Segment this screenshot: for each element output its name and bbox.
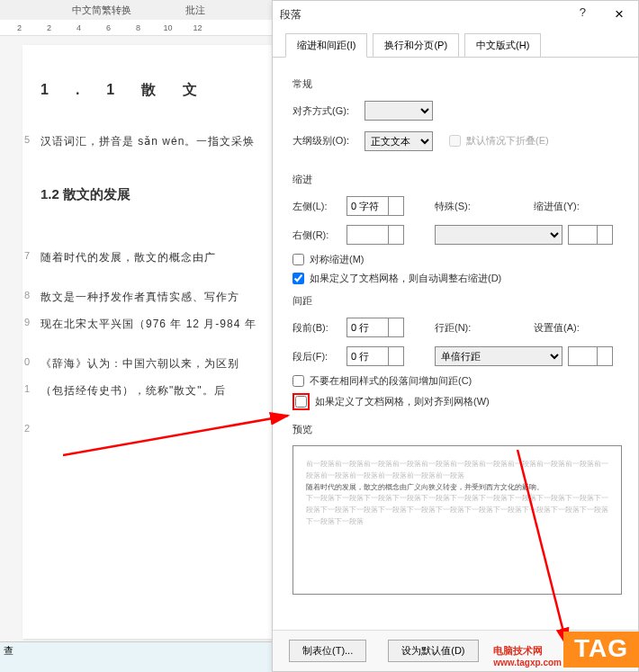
ruler-mark: 2 <box>34 23 64 32</box>
highlighted-checkbox-wrapper <box>292 393 310 410</box>
auto-adjust-indent-checkbox[interactable] <box>292 273 304 284</box>
doc-line: 7 随着时代的发展，散文的概念由广 <box>40 244 267 271</box>
watermark-url: www.tagxp.com <box>493 658 562 668</box>
indent-value-spinner[interactable]: ▲▼ <box>568 225 613 245</box>
align-to-grid-label: 如果定义了文档网格，则对齐到网格(W) <box>315 395 490 408</box>
line-number: 2 <box>24 417 31 442</box>
space-after-label: 段后(F): <box>292 350 346 363</box>
heading-2: 1.2 散文的发展 <box>40 177 267 211</box>
ruler-mark: 8 <box>123 23 153 32</box>
tab-chinese-layout[interactable]: 中文版式(H) <box>464 33 541 58</box>
close-button[interactable]: × <box>608 4 631 25</box>
ruler-mark: 4 <box>64 23 94 32</box>
tab-line-page-break[interactable]: 换行和分页(P) <box>373 33 459 58</box>
tab-indent-spacing[interactable]: 缩进和间距(I) <box>285 33 367 58</box>
paragraph-dialog: 段落 ? × 缩进和间距(I) 换行和分页(P) 中文版式(H) 常规 对齐方式… <box>272 0 639 672</box>
watermark-tag: TAG <box>563 632 639 668</box>
ribbon-item-convert[interactable]: 中文简繁转换 <box>72 4 131 17</box>
special-select[interactable] <box>435 225 562 245</box>
special-label: 特殊(S): <box>435 200 480 213</box>
line-number: 8 <box>24 283 31 309</box>
indent-left-label: 左侧(L): <box>292 200 346 213</box>
help-button[interactable]: ? <box>572 4 593 25</box>
align-to-grid-checkbox[interactable] <box>295 396 307 408</box>
document-page: 1 . 1 散 文 5 汉语词汇，拼音是 sǎn wén。一指文采焕 1.2 散… <box>22 45 274 639</box>
collapse-label: 默认情况下折叠(E) <box>466 134 549 148</box>
doc-line: 8 散文是一种抒发作者真情实感、写作方 <box>40 283 267 310</box>
section-indent: 缩进 <box>292 173 622 186</box>
indent-value-label: 缩进值(Y): <box>534 200 584 213</box>
doc-line: 5 汉语词汇，拼音是 sǎn wén。一指文采焕 <box>40 128 267 155</box>
ruler-mark: 12 <box>183 23 212 32</box>
ruler-mark: 6 <box>94 23 123 32</box>
indent-left-spinner[interactable]: 0 字符▲▼ <box>346 196 404 216</box>
indent-right-label: 右侧(R): <box>292 228 346 242</box>
indent-right-spinner[interactable]: ▲▼ <box>346 225 404 245</box>
outline-level-select[interactable]: 正文文本 <box>364 131 433 151</box>
preview-sample-text: 随着时代的发展，散文的概念由广义向狭义转变，并受到西方文化的影响。 <box>306 482 608 494</box>
space-after-spinner[interactable]: 0 行▲▼ <box>346 346 404 366</box>
ruler-mark: 2 <box>4 23 34 32</box>
section-preview: 预览 <box>292 423 622 436</box>
doc-line: 1 （包括经传史书），统称"散文"。后 <box>40 377 267 404</box>
mirror-indent-checkbox[interactable] <box>292 254 304 265</box>
ribbon-item-comment[interactable]: 批注 <box>185 4 205 17</box>
line-spacing-label: 行距(N): <box>435 321 480 335</box>
doc-line: 0 《辞海》认为：中国六朝以来，为区别 <box>40 350 267 377</box>
dialog-title-text: 段落 <box>280 7 302 22</box>
line-number: 1 <box>24 377 31 402</box>
watermark: 电脑技术网 www.tagxp.com TAG <box>493 632 639 668</box>
collapse-checkbox <box>449 135 461 147</box>
mirror-indent-label: 对称缩进(M) <box>310 253 364 266</box>
line-number: 0 <box>24 350 31 375</box>
space-before-label: 段前(B): <box>292 321 346 335</box>
line-number: 9 <box>24 310 31 336</box>
preview-gray-before: 前一段落前一段落前一段落前一段落前一段落前一段落前一段落前一段落前一段落前一段落… <box>306 459 608 482</box>
space-before-spinner[interactable]: 0 行▲▼ <box>346 318 404 337</box>
set-value-label: 设置值(A): <box>534 321 584 335</box>
set-default-button[interactable]: 设为默认值(D) <box>388 640 478 662</box>
set-value-spinner[interactable]: ▲▼ <box>568 346 613 366</box>
tabstop-button[interactable]: 制表位(T)... <box>289 640 366 662</box>
alignment-select[interactable] <box>364 101 433 121</box>
alignment-label: 对齐方式(G): <box>292 104 364 118</box>
line-number: 5 <box>24 128 31 153</box>
dialog-titlebar: 段落 ? × <box>273 1 638 28</box>
no-space-same-style-checkbox[interactable] <box>292 375 304 387</box>
section-general: 常规 <box>292 77 622 91</box>
doc-line: 9 现在北宋太平兴国（976 年 12 月-984 年 <box>40 310 267 337</box>
section-spacing: 间距 <box>292 294 622 308</box>
outline-level-label: 大纲级别(O): <box>292 134 364 148</box>
status-label: 查 <box>4 645 14 656</box>
line-spacing-select[interactable]: 单倍行距 <box>435 346 562 366</box>
heading-1: 1 . 1 散 文 <box>40 72 267 108</box>
line-number: 7 <box>24 244 31 269</box>
auto-adjust-indent-label: 如果定义了文档网格，则自动调整右缩进(D) <box>310 272 501 285</box>
status-bar: 查 <box>0 641 272 672</box>
preview-box: 前一段落前一段落前一段落前一段落前一段落前一段落前一段落前一段落前一段落前一段落… <box>292 445 622 595</box>
watermark-text: 电脑技术网 <box>493 644 543 658</box>
no-space-same-style-label: 不要在相同样式的段落间增加间距(C) <box>310 374 472 388</box>
preview-gray-after: 下一段落下一段落下一段落下一段落下一段落下一段落下一段落下一段落下一段落下一段落… <box>306 493 608 527</box>
ruler-mark: 10 <box>153 23 183 32</box>
